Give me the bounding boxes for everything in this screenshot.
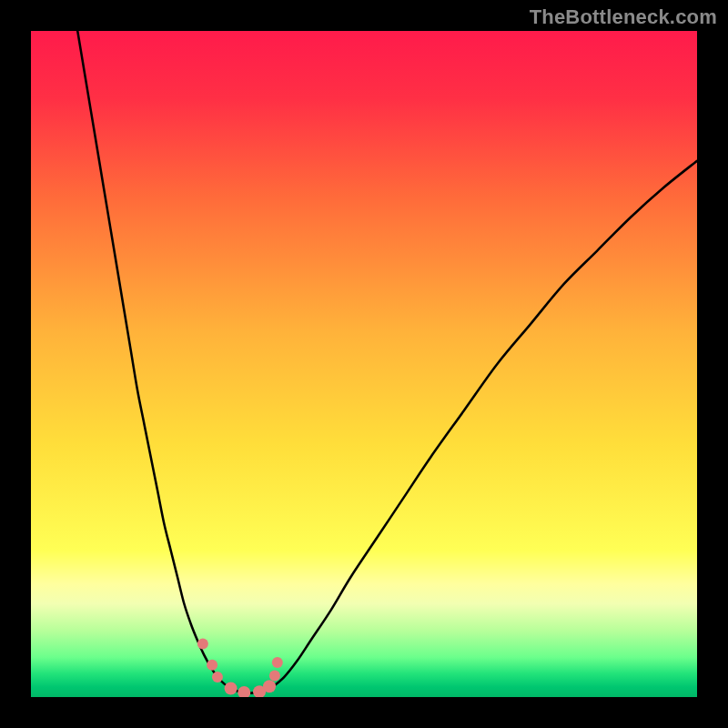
marker-dot bbox=[212, 672, 223, 682]
marker-dot bbox=[263, 680, 276, 693]
marker-dot bbox=[272, 657, 283, 668]
marker-group bbox=[197, 638, 283, 697]
marker-dot bbox=[207, 660, 217, 671]
marker-dot bbox=[269, 671, 280, 682]
outer-frame: TheBottleneck.com bbox=[0, 0, 728, 728]
marker-dot bbox=[197, 638, 208, 649]
marker-dot bbox=[238, 686, 250, 697]
chart-svg bbox=[31, 31, 697, 697]
marker-dot bbox=[225, 682, 238, 694]
watermark-text: TheBottleneck.com bbox=[530, 5, 717, 29]
curve-path bbox=[77, 31, 697, 693]
plot-area bbox=[31, 31, 697, 697]
